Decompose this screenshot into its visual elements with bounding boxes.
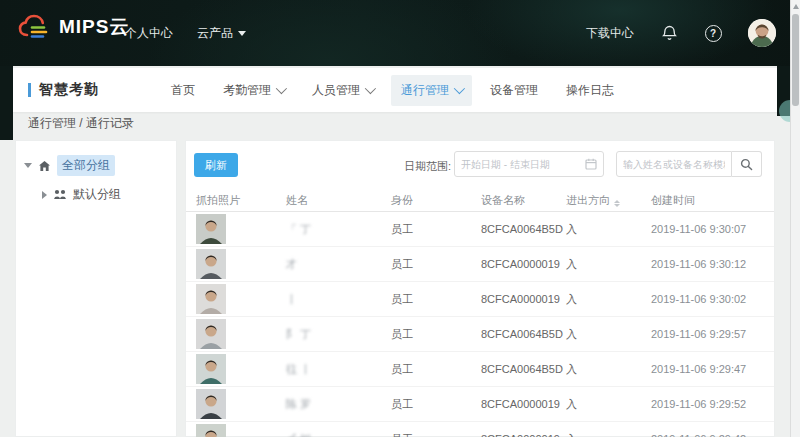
header-photo: 抓拍照片 [196,193,286,208]
cell-created-time: 2019-11-06 9:29:42 [651,433,766,437]
cell-photo [196,424,286,437]
tab-attendance-management[interactable]: 考勤管理 [213,75,294,106]
table-row[interactable]: 才 员工 8CFCA0000019 入 2019-11-06 9:30:12 [186,247,774,282]
top-nav-personal-center[interactable]: 个人中心 [125,25,173,42]
search-button[interactable] [732,151,762,177]
captured-photo[interactable] [196,214,226,244]
cell-name: 往丨 [286,362,391,377]
cell-photo [196,284,286,314]
tree-expander-collapsed-icon[interactable] [42,191,47,199]
home-icon [38,160,51,172]
tab-home[interactable]: 首页 [161,75,205,106]
cell-device: 8CFCA0064B5D [481,328,566,340]
refresh-button[interactable]: 刷新 [194,153,238,177]
header-device: 设备名称 [481,193,566,208]
cell-identity: 员工 [391,397,481,412]
top-nav-label: 个人中心 [125,25,173,42]
cell-device: 8CFCA0000019 [481,258,566,270]
tree-item-label: 默认分组 [73,186,121,203]
table-row[interactable]: 「丁 员工 8CFCA0064B5D 入 2019-11-06 9:30:07 [186,212,774,247]
table-row[interactable]: 陈罗 员工 8CFCA0000019 入 2019-11-06 9:29:52 [186,387,774,422]
cell-created-time: 2019-11-06 9:29:57 [651,328,766,340]
top-nav-label: 云产品 [197,25,233,42]
cell-identity: 员工 [391,292,481,307]
cell-device: 8CFCA0064B5D [481,363,566,375]
module-title: 智慧考勤 [28,81,99,99]
cell-photo [196,389,286,419]
user-avatar[interactable] [748,19,776,47]
top-bar-right: 下载中心 ? [586,0,776,66]
cell-direction: 入 [566,257,651,272]
cell-direction: 入 [566,222,651,237]
top-app-bar: MIPS云 个人中心 云产品 下载中心 ? [0,0,800,66]
captured-photo[interactable] [196,424,226,437]
help-icon[interactable]: ? [704,24,722,42]
top-nav: 个人中心 云产品 [125,0,246,66]
table-row[interactable]: 丨 员工 8CFCA0000019 入 2019-11-06 9:30:02 [186,282,774,317]
tab-access-management[interactable]: 通行管理 [391,75,472,106]
chevron-down-icon [365,83,376,94]
tab-personnel-management[interactable]: 人员管理 [302,75,383,106]
cell-direction: 入 [566,397,651,412]
cell-name: 「丁 [286,222,391,237]
cell-name: 丨 [286,292,391,307]
scrollbar-up-arrow[interactable] [793,4,799,9]
cell-identity: 员工 [391,327,481,342]
download-center-link[interactable]: 下载中心 [586,25,634,42]
cell-device: 8CFCA0000019 [481,293,566,305]
date-range-input-wrap [454,151,604,177]
header-direction[interactable]: 进出方向 [566,193,651,208]
search-input[interactable] [617,159,731,170]
cell-created-time: 2019-11-06 9:30:02 [651,293,766,305]
cloud-logo-icon [18,14,52,40]
chevron-down-icon [454,83,465,94]
cell-direction: 入 [566,327,651,342]
brand-logo[interactable]: MIPS云 [18,14,129,40]
cell-device: 8CFCA0000019 [481,433,566,437]
cell-created-time: 2019-11-06 9:29:47 [651,363,766,375]
cell-device: 8CFCA0000019 [481,398,566,410]
table-row[interactable]: 往丨 员工 8CFCA0064B5D 入 2019-11-06 9:29:47 [186,352,774,387]
captured-photo[interactable] [196,389,226,419]
cell-photo [196,354,286,384]
sort-icon[interactable] [614,200,620,207]
page: MIPS云 个人中心 云产品 下载中心 ? [0,0,800,437]
vertical-scrollbar[interactable] [790,0,800,437]
tab-label: 首页 [171,82,195,99]
group-tree-panel: 全部分组 默认分组 [15,140,177,437]
cell-created-time: 2019-11-06 9:30:12 [651,258,766,270]
cell-direction: 入 [566,292,651,307]
cell-device: 8CFCA0064B5D [481,223,566,235]
cell-name: 〆姒 [286,432,391,437]
date-range-input[interactable] [455,159,585,170]
calendar-icon[interactable] [585,158,597,170]
table-row[interactable]: 〆姒 员工 8CFCA0000019 入 2019-11-06 9:29:42 [186,422,774,437]
cell-identity: 员工 [391,257,481,272]
cell-direction: 入 [566,362,651,377]
page-backdrop-left [0,66,13,140]
search-icon [740,158,753,171]
group-icon [53,189,67,200]
captured-photo[interactable] [196,284,226,314]
top-nav-cloud-products[interactable]: 云产品 [197,25,246,42]
notification-bell-icon[interactable] [660,24,678,42]
cell-created-time: 2019-11-06 9:30:07 [651,223,766,235]
cell-photo [196,249,286,279]
tree-item-default-group[interactable]: 默认分组 [42,186,168,203]
tree-item-label: 全部分组 [57,155,115,176]
tree-item-all-groups[interactable]: 全部分组 [24,155,168,176]
captured-photo[interactable] [196,249,226,279]
tab-label: 通行管理 [401,82,449,99]
tab-device-management[interactable]: 设备管理 [480,75,548,106]
cell-created-time: 2019-11-06 9:29:52 [651,398,766,410]
table-row[interactable]: 阝丁 员工 8CFCA0064B5D 入 2019-11-06 9:29:57 [186,317,774,352]
captured-photo[interactable] [196,319,226,349]
tree-expander-expanded-icon[interactable] [24,163,32,168]
captured-photo[interactable] [196,354,226,384]
table-body: 「丁 员工 8CFCA0064B5D 入 2019-11-06 9:30:07 … [186,212,774,437]
scrollbar-thumb[interactable] [792,14,799,106]
title-accent-bar [28,83,31,97]
tab-operation-log[interactable]: 操作日志 [556,75,624,106]
table-header-row: 抓拍照片 姓名 身份 设备名称 进出方向 创建时间 [186,189,774,212]
cell-photo [196,319,286,349]
